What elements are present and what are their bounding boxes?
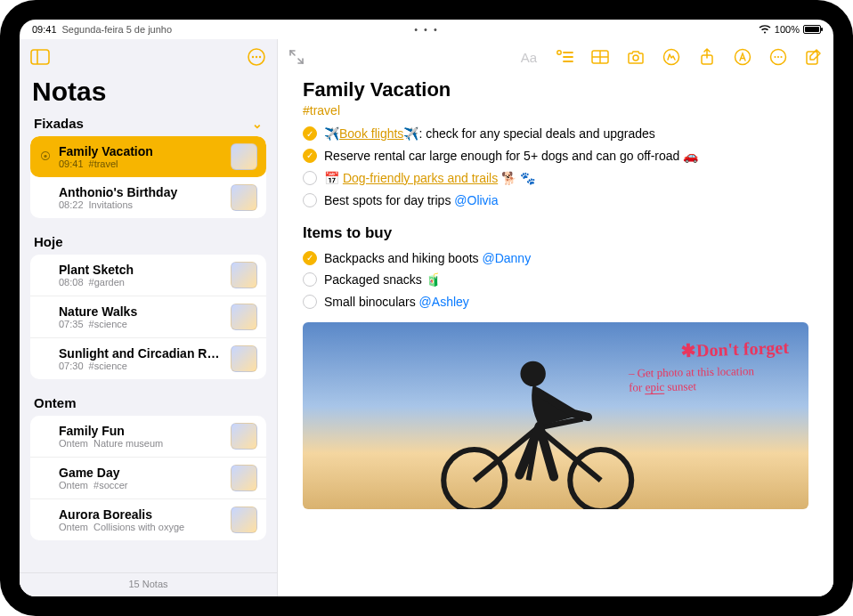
mention[interactable]: @Ashley — [419, 295, 469, 309]
note-row-subtitle: Ontem#soccer — [59, 480, 223, 490]
note-title: Family Vacation — [303, 78, 808, 101]
todo-item: Best spots for day trips @Olivia — [303, 190, 808, 212]
note-row[interactable]: Game DayOntem#soccer — [30, 458, 266, 499]
handwriting-line-1: ✱Don't forget — [681, 336, 790, 361]
svg-rect-0 — [31, 50, 49, 64]
multitask-dots[interactable]: • • • — [414, 24, 439, 35]
todo-checkbox[interactable]: ✓ — [303, 126, 317, 141]
note-row-title: Nature Walks — [59, 304, 223, 319]
note-thumbnail — [231, 184, 257, 211]
todo-checkbox[interactable] — [303, 193, 317, 207]
chevron-down-icon[interactable]: ⌄ — [252, 117, 263, 131]
todo-checkbox[interactable] — [303, 295, 317, 309]
note-thumbnail — [231, 465, 257, 491]
svg-point-24 — [520, 361, 545, 386]
todo-checkbox[interactable] — [303, 272, 317, 287]
sidebar-title: Notas — [20, 75, 277, 112]
note-toolbar: Aa — [278, 39, 833, 75]
todo-text[interactable]: Reserve rental car large enough for 5+ d… — [324, 148, 808, 165]
note-row-title: Plant Sketch — [59, 263, 223, 277]
todo-item: ✓✈️Book flights✈️: check for any special… — [303, 123, 808, 145]
todo-text[interactable]: 📅 Dog-friendly parks and trails 🐕 🐾 — [324, 170, 808, 187]
sidebar-footer-count: 15 Notas — [20, 572, 277, 596]
battery-pct: 100% — [775, 24, 800, 35]
a-circle-icon[interactable] — [734, 48, 751, 66]
section-label: Hoje — [34, 234, 63, 249]
todo-item: ✓Backpacks and hiking boots @Danny — [303, 247, 808, 270]
note-image[interactable]: ✱Don't forget – Get photo at this locati… — [303, 322, 808, 509]
mention[interactable]: @Olivia — [454, 193, 498, 207]
todo-text[interactable]: Backpacks and hiking boots @Danny — [324, 250, 808, 267]
note-thumbnail — [231, 345, 257, 372]
todo-checkbox[interactable]: ✓ — [303, 251, 317, 265]
note-thumbnail — [231, 507, 257, 533]
note-thumbnail — [231, 304, 257, 330]
svg-point-5 — [259, 56, 261, 58]
svg-point-20 — [780, 56, 782, 58]
svg-point-3 — [252, 56, 254, 58]
note-row[interactable]: Sunlight and Circadian Rhy...07:30#scien… — [30, 338, 266, 379]
note-row-title: Aurora Borealis — [59, 507, 223, 522]
note-row-subtitle: OntemCollisions with oxyge — [59, 522, 223, 532]
format-text-icon[interactable]: Aa — [520, 48, 538, 66]
note-row-title: Family Fun — [59, 424, 223, 438]
battery-icon — [803, 25, 821, 34]
handwriting-line-2: – Get photo at this location for epic su… — [629, 364, 790, 396]
table-icon[interactable] — [591, 48, 609, 66]
section-header[interactable]: Fixadas⌄ — [27, 112, 270, 134]
sidebar: Notas Fixadas⌄⦿Family Vacation09:41#trav… — [20, 39, 278, 596]
checklist-icon[interactable] — [556, 48, 573, 66]
note-row[interactable]: Plant Sketch08:08#garden — [30, 255, 266, 296]
section-label: Ontem — [34, 395, 77, 410]
markup-icon[interactable] — [662, 48, 680, 66]
content: Aa — [278, 39, 833, 596]
todo-text[interactable]: ✈️Book flights✈️: check for any special … — [324, 126, 808, 142]
note-row-title: Game Day — [59, 466, 223, 480]
todo-item: 📅 Dog-friendly parks and trails 🐕 🐾 — [303, 167, 808, 190]
note-row[interactable]: Aurora BorealisOntemCollisions with oxyg… — [30, 499, 266, 540]
todo-text[interactable]: Small binoculars @Ashley — [324, 294, 808, 311]
svg-point-18 — [774, 56, 776, 58]
note-row[interactable]: Nature Walks07:35#science — [30, 296, 266, 338]
note-thumbnail — [231, 143, 257, 170]
inline-link[interactable]: Dog-friendly parks and trails — [343, 171, 498, 185]
note-thumbnail — [231, 423, 257, 450]
expand-icon[interactable] — [288, 49, 305, 65]
todo-checkbox[interactable]: ✓ — [303, 149, 317, 163]
note-tag[interactable]: #travel — [303, 103, 808, 118]
section-label: Fixadas — [34, 116, 84, 131]
todo-item: ✓Reserve rental car large enough for 5+ … — [303, 145, 808, 167]
note-row-subtitle: 08:22Invitations — [59, 199, 223, 210]
svg-point-6 — [557, 51, 561, 54]
note-thumbnail — [231, 262, 257, 288]
statusbar: 09:41 Segunda-feira 5 de junho • • • 100… — [20, 20, 833, 39]
note-row-subtitle: OntemNature museum — [59, 438, 223, 449]
svg-point-4 — [256, 56, 257, 58]
note-row-title: Sunlight and Circadian Rhy... — [59, 346, 223, 361]
status-date: Segunda-feira 5 de junho — [62, 24, 173, 35]
note-row-subtitle: 07:35#science — [59, 319, 223, 329]
note-row-title: Family Vacation — [59, 144, 223, 158]
note-row[interactable]: Family FunOntemNature museum — [30, 416, 266, 458]
note-row-subtitle: 07:30#science — [59, 361, 223, 371]
svg-point-13 — [633, 55, 638, 61]
more-options-icon[interactable] — [247, 47, 266, 67]
note-body[interactable]: Family Vacation #travel ✓✈️Book flights✈… — [278, 75, 833, 596]
mention[interactable]: @Danny — [482, 251, 531, 265]
todo-checkbox[interactable] — [303, 171, 317, 185]
todo-text[interactable]: Packaged snacks 🧃 — [324, 272, 808, 288]
section-header: Ontem — [27, 392, 270, 414]
subhead-items: Items to buy — [303, 224, 808, 242]
section-header: Hoje — [27, 231, 270, 253]
ellipsis-circle-icon[interactable] — [769, 48, 787, 66]
compose-icon[interactable] — [805, 48, 823, 66]
note-row[interactable]: Anthonio's Birthday08:22Invitations — [30, 177, 266, 218]
camera-icon[interactable] — [627, 48, 645, 66]
todo-item: Packaged snacks 🧃 — [303, 269, 808, 291]
todo-text[interactable]: Best spots for day trips @Olivia — [324, 192, 808, 209]
inline-link[interactable]: Book flights — [339, 126, 403, 141]
note-row-subtitle: 09:41#travel — [59, 158, 223, 169]
note-row[interactable]: ⦿Family Vacation09:41#travel — [30, 136, 266, 177]
share-icon[interactable] — [698, 48, 716, 66]
sidebar-toggle-icon[interactable] — [30, 47, 50, 67]
